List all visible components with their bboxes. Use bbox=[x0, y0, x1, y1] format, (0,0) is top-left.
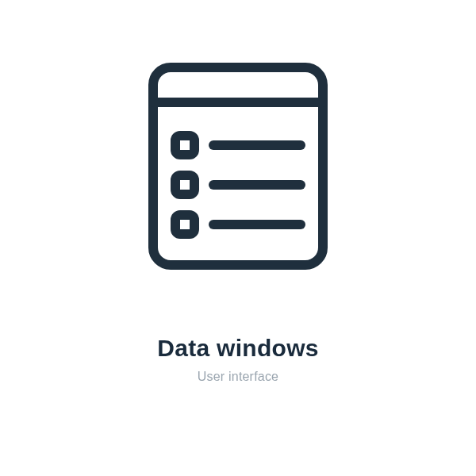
svg-rect-2 bbox=[175, 136, 194, 155]
data-windows-icon bbox=[147, 61, 329, 271]
svg-rect-4 bbox=[175, 215, 194, 234]
icon-title: Data windows bbox=[157, 335, 319, 362]
icon-category: User interface bbox=[198, 370, 278, 384]
svg-rect-3 bbox=[175, 175, 194, 194]
